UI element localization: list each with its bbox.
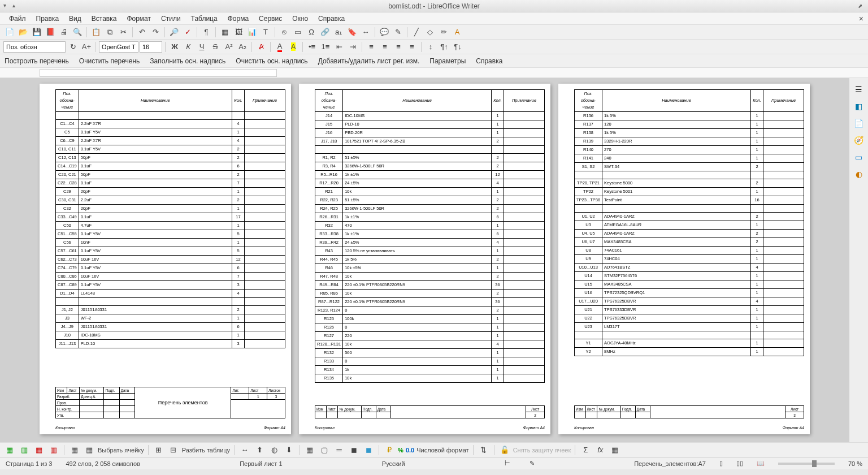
align-left-icon[interactable]: ≡ bbox=[365, 41, 377, 53]
horizontal-ruler[interactable] bbox=[40, 69, 277, 77]
unprotect-label[interactable]: Снять защиту ячеек bbox=[513, 447, 571, 454]
formula-icon[interactable]: fx bbox=[594, 444, 606, 456]
new-icon[interactable]: 📄 bbox=[3, 26, 16, 38]
addremove-sheet-button[interactable]: Добавить/удалить лист рег. изм. bbox=[318, 57, 420, 65]
table-row[interactable]: TP20, TP21Keystone 50002 bbox=[575, 179, 804, 188]
table-row[interactable]: C20, C2150pF2 bbox=[56, 171, 285, 179]
hyperlink-icon[interactable]: 🔗 bbox=[319, 26, 331, 38]
table-row[interactable]: Y1AOCJYA-40MHz1 bbox=[575, 339, 804, 348]
bg-color-icon[interactable]: ◼ bbox=[362, 444, 375, 456]
valign-top-icon[interactable]: ⬆ bbox=[253, 444, 266, 456]
table-row[interactable]: J11...J13PLD-103 bbox=[56, 340, 285, 348]
fontwork-icon[interactable]: A bbox=[451, 26, 463, 38]
table-row[interactable]: U21TPS76333DBVR1 bbox=[575, 306, 804, 314]
status-zoom[interactable]: 70 % bbox=[848, 460, 862, 467]
line-icon[interactable]: ╱ bbox=[410, 26, 423, 38]
table-row[interactable]: R128...R13110k4 bbox=[315, 340, 545, 349]
borders-icon[interactable]: ▢ bbox=[318, 444, 331, 456]
status-sheet[interactable]: Первый лист 1 bbox=[240, 460, 282, 467]
zoom-slider[interactable] bbox=[778, 463, 835, 465]
menu-help[interactable]: Справка bbox=[314, 14, 349, 24]
formatting-marks-icon[interactable]: ¶ bbox=[200, 26, 212, 38]
bom-table-1[interactable]: Поз. обозна-чение Наименование Кол. Прим… bbox=[55, 89, 285, 348]
cut-icon[interactable]: ✂ bbox=[117, 26, 129, 38]
table-row[interactable] bbox=[575, 331, 804, 339]
table-row[interactable] bbox=[315, 146, 545, 154]
menu-view[interactable]: Вид bbox=[64, 14, 86, 24]
table-row[interactable]: C1...C42.2nF X7R4 bbox=[56, 120, 285, 128]
gallery-panel-icon[interactable]: 📄 bbox=[852, 116, 866, 130]
align-center-icon[interactable]: ≡ bbox=[379, 41, 391, 53]
table-row[interactable]: C74...C790.1uF Y5V6 bbox=[56, 264, 285, 273]
field-icon[interactable]: ▭ bbox=[292, 26, 304, 38]
border-color-icon[interactable]: ◼ bbox=[348, 444, 360, 456]
draw-icon[interactable]: ✏ bbox=[437, 26, 450, 38]
open-icon[interactable]: 📂 bbox=[17, 26, 29, 38]
table-row[interactable]: C50.1uF Y5V1 bbox=[56, 128, 285, 137]
table-row[interactable]: R24, R253266W-1-500LF 50R2 bbox=[315, 205, 545, 213]
table-row[interactable]: R1402701 bbox=[575, 146, 804, 154]
fill-titleblock-button[interactable]: Заполнить осн. надпись bbox=[150, 57, 225, 65]
align-right-icon[interactable]: ≡ bbox=[392, 41, 405, 53]
table-row[interactable]: R1341k1 bbox=[315, 366, 545, 374]
table-row[interactable]: J4...J9J01151A03316 bbox=[56, 323, 285, 331]
footnote-icon[interactable]: a₁ bbox=[332, 26, 345, 38]
paste-icon[interactable]: 📋 bbox=[90, 26, 102, 38]
print-preview-icon[interactable]: 🔍 bbox=[71, 26, 84, 38]
status-style[interactable]: Перечень_элементов:A7 bbox=[634, 460, 706, 467]
table-row[interactable]: R2110k1 bbox=[315, 188, 545, 196]
table-row[interactable]: D1...D4LL41484 bbox=[56, 290, 285, 298]
para-spacing-dec-icon[interactable]: ¶↓ bbox=[452, 41, 464, 53]
export-pdf-icon[interactable]: 📕 bbox=[44, 26, 57, 38]
table-row[interactable]: R17...R2024 ±5%4 bbox=[315, 179, 545, 188]
table-row[interactable]: R47, R4810k2 bbox=[315, 273, 545, 281]
paragraph-style-combo[interactable] bbox=[3, 41, 66, 53]
table-row[interactable]: R123, R12402 bbox=[315, 306, 545, 315]
valign-bot-icon[interactable]: ⬇ bbox=[283, 444, 295, 456]
clear-titleblock-button[interactable]: Очистить осн. надпись bbox=[236, 57, 307, 65]
status-lang[interactable]: Русский bbox=[382, 460, 405, 467]
table-row[interactable]: R22, R2351 ±5%2 bbox=[315, 196, 545, 205]
parameters-button[interactable]: Параметры bbox=[429, 57, 466, 65]
table-row[interactable]: U15MAX3485CSA1 bbox=[575, 280, 804, 289]
table-row[interactable]: J10IDC-10MS1 bbox=[56, 331, 285, 340]
strikethrough-icon[interactable]: S bbox=[209, 41, 222, 53]
spellcheck-icon[interactable]: ✓ bbox=[181, 26, 194, 38]
table-row[interactable]: U3ATMEGA16L-8AUR1 bbox=[575, 221, 804, 230]
table-row[interactable]: C5610nF1 bbox=[56, 239, 285, 247]
table-row[interactable]: R1381k 5%1 bbox=[575, 129, 804, 137]
sort-icon[interactable]: ⇅ bbox=[478, 444, 490, 456]
bom-table-3[interactable]: Поз. обозна-чение Наименование Кол. Прим… bbox=[574, 89, 804, 356]
table-row[interactable]: Y28MHz1 bbox=[575, 348, 804, 356]
table-row[interactable]: R4610k ±5%1 bbox=[315, 264, 545, 273]
navigator-panel-icon[interactable]: 🧭 bbox=[852, 133, 866, 147]
bullets-icon[interactable]: •≡ bbox=[306, 41, 318, 53]
table-row[interactable]: R87...R122220 ±0.1% PTFR0805B220RN936 bbox=[315, 298, 545, 306]
table-row[interactable]: C51...C550.1uF Y5V5 bbox=[56, 230, 285, 239]
table-row[interactable]: U1, U2ADA4940-1ARZ2 bbox=[575, 213, 804, 221]
table-row[interactable]: C3220pF1 bbox=[56, 205, 285, 213]
table-row[interactable]: R5...R161k ±1%12 bbox=[315, 171, 545, 179]
table-row[interactable]: U974HC041 bbox=[575, 255, 804, 264]
justify-icon[interactable]: ≡ bbox=[406, 41, 418, 53]
find-icon[interactable]: 🔎 bbox=[168, 26, 180, 38]
merge-cells-icon[interactable]: ⊞ bbox=[153, 444, 165, 456]
table-row[interactable]: S1, S2SWT-342 bbox=[575, 163, 804, 171]
italic-icon[interactable]: К bbox=[182, 41, 194, 53]
underline-icon[interactable]: Ч bbox=[196, 41, 208, 53]
table-row[interactable]: C30, C312.2uF2 bbox=[56, 196, 285, 205]
track-changes-icon[interactable]: ✎ bbox=[392, 26, 404, 38]
redo-icon[interactable]: ↷ bbox=[149, 26, 162, 38]
image-icon[interactable]: 🖼 bbox=[232, 26, 245, 38]
table-row[interactable]: U14STM32F756IGT61 bbox=[575, 272, 804, 280]
highlight-icon[interactable]: A bbox=[287, 41, 300, 53]
table-row[interactable]: R39...R4224 ±5%4 bbox=[315, 239, 545, 247]
table-row[interactable]: R1272201 bbox=[315, 332, 545, 340]
view-book-icon[interactable]: 📖 bbox=[757, 460, 765, 467]
table-row[interactable]: R26...R311k ±1%6 bbox=[315, 213, 545, 222]
status-page[interactable]: Страница 1 из 3 bbox=[6, 460, 52, 467]
status-sign[interactable]: ✎ bbox=[530, 460, 535, 467]
table-row[interactable]: C6...C92.2nF X7R4 bbox=[56, 137, 285, 145]
table-row[interactable]: R1412401 bbox=[575, 154, 804, 163]
split-table-label[interactable]: Разбить таблицу bbox=[182, 447, 230, 454]
